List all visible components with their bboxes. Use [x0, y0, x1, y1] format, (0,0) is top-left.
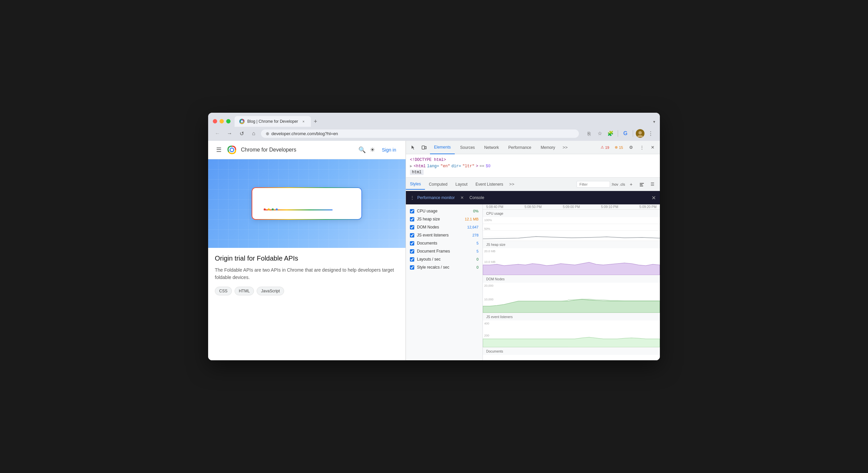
- metric-dom-checkbox[interactable]: [410, 225, 414, 229]
- profile-icon[interactable]: [636, 129, 645, 138]
- listeners-200-label: 200: [484, 334, 489, 337]
- listeners-chart-label: JS event listeners: [486, 315, 513, 319]
- devtools-more-options-button[interactable]: ⋮: [637, 143, 647, 152]
- listeners-chart-header: JS event listeners: [483, 313, 660, 320]
- perf-tab-active[interactable]: Performance monitor: [417, 195, 455, 200]
- url-bar[interactable]: ⊕ developer.chrome.com/blog?hl=en: [261, 129, 579, 138]
- sign-in-button[interactable]: Sign in: [379, 145, 399, 155]
- devtools-panel: Elements Sources Network Performance Mem…: [406, 141, 660, 360]
- html-doctype-line: <!DOCTYPE html>: [410, 157, 656, 163]
- svg-point-5: [230, 149, 233, 151]
- heap-chart-label: JS heap size: [486, 243, 505, 247]
- dom-chart-label: DOM Nodes: [486, 277, 505, 281]
- cpu-50-label: 50%: [484, 227, 490, 230]
- performance-monitor: ⋮ Performance monitor ✕ Console ✕ CPU us…: [406, 191, 660, 360]
- tab-layout[interactable]: Layout: [452, 179, 471, 189]
- metric-row-layouts: Layouts / sec 0: [406, 255, 483, 263]
- listeners-chart-section: JS event listeners 400 200: [483, 313, 660, 348]
- style-icon-2[interactable]: ☰: [648, 180, 657, 189]
- tab-computed[interactable]: Computed: [425, 179, 452, 189]
- devtools-close-button[interactable]: ✕: [648, 143, 657, 152]
- screen-capture-button[interactable]: ⎘: [584, 129, 594, 138]
- perf-options-button[interactable]: ⋮: [410, 195, 414, 200]
- documents-chart-header: Documents: [483, 348, 660, 355]
- dom-chart-section: DOM Nodes 20,000 10,000: [483, 275, 660, 313]
- devtools-more-tabs-button[interactable]: >>: [560, 144, 569, 151]
- metric-heap-checkbox[interactable]: [410, 217, 414, 221]
- maximize-window-button[interactable]: [226, 119, 230, 123]
- metric-style-recalc-checkbox[interactable]: [410, 265, 414, 270]
- tab-performance[interactable]: Performance: [504, 141, 535, 154]
- bookmark-button[interactable]: ☆: [595, 129, 604, 138]
- tab-network[interactable]: Network: [480, 141, 503, 154]
- metric-row-documents: Documents 5: [406, 239, 483, 247]
- styles-more-tabs-button[interactable]: >>: [507, 180, 516, 188]
- metric-heap-label: JS heap size: [417, 217, 459, 221]
- perf-panel-close-button[interactable]: ✕: [651, 195, 656, 201]
- tab-close-button[interactable]: ×: [301, 119, 306, 124]
- tag-html[interactable]: HTML: [235, 287, 254, 295]
- hamburger-button[interactable]: ☰: [215, 145, 223, 155]
- metric-documents-value: 5: [462, 241, 478, 245]
- back-button[interactable]: ←: [213, 129, 222, 138]
- metric-frames-checkbox[interactable]: [410, 249, 414, 254]
- dot-yellow: [268, 209, 270, 211]
- perf-monitor-header: ⋮ Performance monitor ✕ Console ✕: [406, 191, 660, 204]
- tab-elements[interactable]: Elements: [430, 141, 455, 154]
- heap-chart-header: JS heap size: [483, 241, 660, 248]
- devtools-device-button[interactable]: [419, 143, 429, 152]
- add-style-button[interactable]: +: [626, 180, 636, 189]
- metric-documents-checkbox[interactable]: [410, 241, 414, 246]
- devtools-inspect-button[interactable]: [409, 143, 418, 152]
- tab-sources[interactable]: Sources: [456, 141, 479, 154]
- post-title: Origin trial for Foldable APIs: [215, 255, 399, 262]
- devtools-toolbar: Elements Sources Network Performance Mem…: [406, 141, 660, 154]
- perf-tab-close-button[interactable]: ✕: [458, 193, 467, 202]
- tab-styles[interactable]: Styles: [406, 179, 425, 190]
- metric-layouts-checkbox[interactable]: [410, 257, 414, 261]
- devtools-errors-badge[interactable]: ⊗ 15: [613, 145, 625, 150]
- tag-css[interactable]: CSS: [215, 287, 232, 295]
- new-tab-button[interactable]: +: [311, 117, 320, 126]
- extensions-button[interactable]: 🧩: [606, 129, 615, 138]
- time-label-4: 5:09:10 PM: [601, 205, 618, 209]
- metric-row-frames: Document Frames 5: [406, 247, 483, 255]
- header-search-button[interactable]: 🔍: [359, 146, 366, 154]
- doctype-tag: <!DOCTYPE html>: [410, 158, 446, 162]
- heap-20mb-label: 20.0 MB: [484, 250, 496, 253]
- tab-event-listeners[interactable]: Event Listeners: [471, 179, 507, 189]
- listeners-400-label: 400: [484, 322, 489, 325]
- minimize-window-button[interactable]: [219, 119, 224, 123]
- hov-toggle[interactable]: :hov: [611, 182, 618, 186]
- metric-cpu-value: 0%: [462, 209, 478, 213]
- theme-toggle-button[interactable]: ☀: [370, 146, 375, 154]
- home-button[interactable]: ⌂: [249, 129, 258, 138]
- new-style-rule-icon: [640, 182, 644, 187]
- styles-filter-input[interactable]: [577, 181, 610, 188]
- metric-dom-value: 12,647: [462, 225, 478, 229]
- svg-point-2: [639, 131, 642, 134]
- browser-tab[interactable]: Blog | Chrome for Developer ×: [235, 116, 311, 127]
- tab-dropdown-icon[interactable]: ▾: [653, 119, 655, 127]
- chrome-developers-logo: [227, 145, 237, 155]
- tab-memory[interactable]: Memory: [537, 141, 559, 154]
- metric-listeners-checkbox[interactable]: [410, 233, 414, 238]
- forward-button[interactable]: →: [225, 129, 234, 138]
- metric-row-listeners: JS event listeners 278: [406, 231, 483, 239]
- devtools-warnings-badge[interactable]: ⚠ 19: [599, 145, 611, 150]
- style-icon-1[interactable]: [637, 180, 647, 189]
- cls-toggle[interactable]: .cls: [620, 182, 625, 186]
- cpu-100-label: 100%: [484, 218, 492, 222]
- html-element-line[interactable]: ▶ <html lang="en" dir="ltr"> == $0: [410, 163, 656, 169]
- address-bar: ← → ↺ ⌂ ⊕ developer.chrome.com/blog?hl=e…: [208, 127, 660, 141]
- google-account-button[interactable]: G: [621, 129, 630, 138]
- metric-cpu-checkbox[interactable]: [410, 209, 414, 213]
- tag-javascript[interactable]: JavaScript: [257, 287, 284, 295]
- close-window-button[interactable]: [213, 119, 217, 123]
- perf-console-tab[interactable]: Console: [469, 195, 484, 200]
- menu-button[interactable]: ⋮: [646, 129, 655, 138]
- styles-filter: :hov .cls + ☰: [574, 180, 660, 189]
- devtools-settings-button[interactable]: ⚙: [626, 143, 636, 152]
- reload-button[interactable]: ↺: [237, 129, 246, 138]
- listeners-chart-svg: [483, 320, 660, 347]
